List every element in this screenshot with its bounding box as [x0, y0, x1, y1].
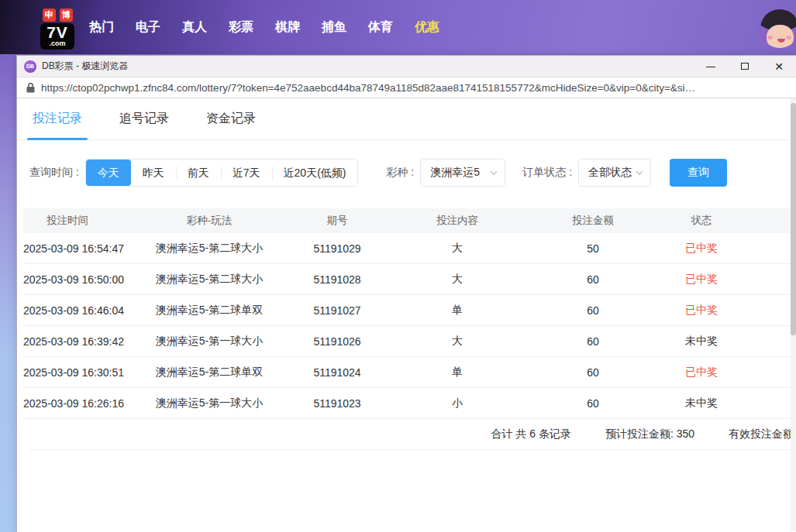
page-scrollbar[interactable] — [791, 98, 796, 531]
cell-bet-time: 2025-03-09 16:26:16 — [23, 397, 132, 410]
lottery-select[interactable]: 澳洲幸运5 — [420, 159, 505, 187]
time-range-group: 今天昨天前天近7天近20天(低频) — [85, 159, 359, 187]
time-option-3[interactable]: 前天 — [176, 160, 221, 186]
cell-bet-content: 单 — [388, 366, 527, 379]
summary-total-count: 合计 共 6 条记录 — [491, 427, 571, 441]
tab-1[interactable]: 投注记录 — [29, 111, 85, 139]
bet-records-table: 投注时间彩种-玩法期号投注内容投注金额状态中奖金额 2025-03-09 16:… — [23, 208, 791, 450]
cell-issue-number: 51191027 — [287, 304, 388, 317]
page-content: 投注记录追号记录资金记录 查询时间 : 今天昨天前天近7天近20天(低频) 彩种… — [17, 98, 796, 531]
cell-bet-content: 单 — [388, 304, 527, 317]
logo-main-text: 7V — [43, 24, 72, 40]
cell-issue-number: 51191024 — [287, 366, 388, 379]
order-status-select-value: 全部状态 — [588, 166, 632, 180]
avatar-blush-left — [767, 36, 773, 39]
cell-bet-amount: 60 — [527, 304, 659, 317]
url-text[interactable]: https://ctop02pchwp1.zfnc84.com/lottery/… — [41, 82, 695, 94]
cell-bet-amount: 60 — [527, 366, 659, 379]
lottery-select-value: 澳洲幸运5 — [430, 166, 480, 180]
column-header-1: 投注时间 — [23, 214, 132, 228]
time-option-1[interactable]: 今天 — [86, 160, 131, 186]
maximize-icon — [741, 63, 749, 70]
nav-item-8[interactable]: 优惠 — [415, 19, 439, 36]
record-tabs: 投注记录追号记录资金记录 — [17, 98, 791, 140]
chevron-down-icon — [635, 168, 644, 177]
order-status-select[interactable]: 全部状态 — [578, 159, 651, 187]
search-button[interactable]: 查询 — [670, 159, 727, 187]
nav-item-3[interactable]: 真人 — [182, 19, 207, 36]
cell-status: 已中奖 — [659, 242, 744, 256]
cell-bet-time: 2025-03-09 16:54:47 — [23, 242, 132, 255]
site-logo[interactable]: 申 博 7V .com — [40, 9, 74, 50]
cell-bet-content: 小 — [388, 396, 527, 410]
table-row: 2025-03-09 16:46:04澳洲幸运5-第二球单双51191027单6… — [23, 295, 791, 326]
cell-issue-number: 51191023 — [287, 397, 388, 410]
logo-suffix-text: .com — [43, 40, 72, 47]
nav-item-6[interactable]: 捕鱼 — [322, 19, 346, 36]
logo-box: 7V .com — [40, 23, 74, 50]
browser-window: DB DB彩票 - 极速浏览器 — ✕ https://ctop02pchwp1… — [17, 56, 796, 532]
cell-prize-amount: 1 — [744, 366, 791, 379]
address-bar[interactable]: https://ctop02pchwp1.zfnc84.com/lottery/… — [17, 77, 796, 98]
nav-item-5[interactable]: 棋牌 — [275, 19, 300, 36]
filter-bar: 查询时间 : 今天昨天前天近7天近20天(低频) 彩种 : 澳洲幸运5 订单状态… — [29, 159, 791, 187]
cell-status: 已中奖 — [659, 366, 744, 379]
cell-bet-content: 大 — [388, 242, 527, 256]
cell-prize-amount: 9 — [744, 242, 791, 255]
tab-3[interactable]: 资金记录 — [203, 111, 259, 139]
cell-issue-number: 51191028 — [287, 273, 388, 286]
time-option-4[interactable]: 近7天 — [221, 160, 272, 186]
nav-item-1[interactable]: 热门 — [89, 19, 114, 36]
nav-item-7[interactable]: 体育 — [368, 19, 393, 36]
logo-badge-shen: 申 — [43, 9, 56, 22]
column-header-4: 投注内容 — [388, 214, 527, 228]
tab-2[interactable]: 追号记录 — [116, 111, 172, 139]
scrollbar-thumb[interactable] — [791, 103, 796, 335]
table-header-row: 投注时间彩种-玩法期号投注内容投注金额状态中奖金额 — [23, 208, 791, 233]
avatar-bun-right — [785, 10, 795, 19]
column-header-6: 状态 — [659, 214, 744, 228]
avatar-bun-left — [764, 10, 774, 19]
top-nav: 热门电子真人彩票棋牌捕鱼体育优惠 — [89, 0, 439, 54]
cell-game-play: 澳洲幸运5-第一球大小 — [132, 335, 287, 348]
maximize-button[interactable] — [728, 56, 762, 77]
top-banner: 申 博 7V .com 热门电子真人彩票棋牌捕鱼体育优惠 — [0, 0, 796, 54]
cell-game-play: 澳洲幸运5-第二球大小 — [132, 242, 287, 256]
table-row: 2025-03-09 16:30:51澳洲幸运5-第二球单双51191024单6… — [23, 357, 791, 388]
cell-game-play: 澳洲幸运5-第二球单双 — [132, 366, 287, 379]
column-header-2: 彩种-玩法 — [132, 214, 287, 228]
cell-bet-content: 大 — [388, 335, 527, 348]
cell-status: 未中奖 — [659, 335, 744, 348]
cell-bet-time: 2025-03-09 16:30:51 — [23, 366, 132, 379]
cell-issue-number: 51191026 — [287, 335, 388, 348]
browser-favicon-icon: DB — [24, 60, 36, 73]
user-avatar[interactable] — [759, 8, 796, 50]
status-filter-label: 订单状态 : — [522, 166, 572, 180]
cell-prize-amount: 1 — [744, 304, 791, 317]
minimize-button[interactable]: — — [694, 56, 728, 77]
column-header-3: 期号 — [287, 214, 388, 228]
table-row: 2025-03-09 16:26:16澳洲幸运5-第一球大小51191023小6… — [23, 388, 791, 419]
cell-bet-amount: 60 — [527, 335, 659, 348]
column-header-5: 投注金额 — [527, 214, 659, 228]
cell-bet-time: 2025-03-09 16:50:00 — [23, 273, 132, 286]
table-row: 2025-03-09 16:50:00澳洲幸运5-第二球大小51191028大6… — [23, 264, 791, 295]
time-option-5[interactable]: 近20天(低频) — [272, 160, 358, 186]
avatar-blush-right — [786, 36, 791, 39]
nav-item-2[interactable]: 电子 — [136, 19, 160, 36]
cell-game-play: 澳洲幸运5-第一球大小 — [132, 396, 287, 410]
time-option-2[interactable]: 昨天 — [131, 160, 176, 186]
cell-status: 已中奖 — [659, 304, 744, 317]
chevron-down-icon — [489, 168, 498, 177]
window-titlebar[interactable]: DB DB彩票 - 极速浏览器 — ✕ — [17, 56, 796, 77]
window-title: DB彩票 - 极速浏览器 — [42, 60, 694, 73]
cell-bet-amount: 60 — [527, 273, 659, 286]
table-row: 2025-03-09 16:54:47澳洲幸运5-第二球大小51191029大5… — [23, 233, 791, 264]
cell-bet-amount: 60 — [527, 397, 659, 410]
cell-prize-amount: 1 — [744, 273, 791, 286]
summary-expected-amount: 预计投注金额: 350 — [605, 427, 694, 441]
summary-valid-amount: 有效投注金额: — [729, 427, 791, 441]
close-button[interactable]: ✕ — [762, 56, 796, 77]
nav-item-4[interactable]: 彩票 — [229, 19, 253, 36]
time-filter-label: 查询时间 : — [29, 166, 79, 180]
